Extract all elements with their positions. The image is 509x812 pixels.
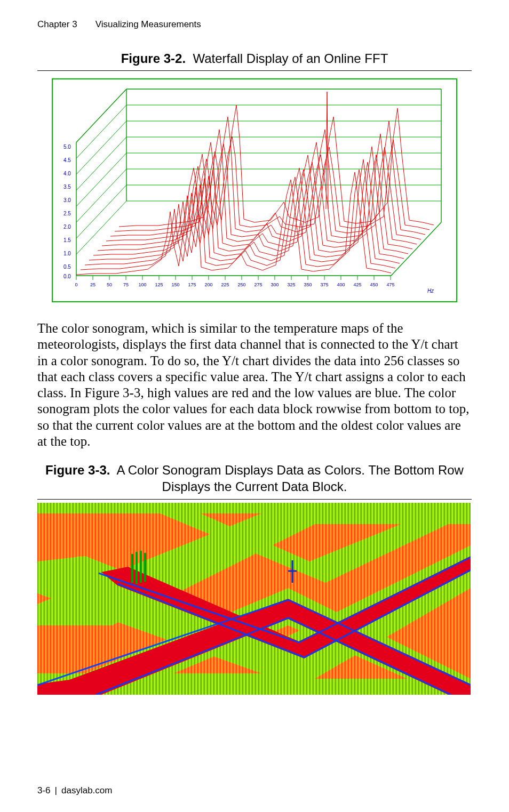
figure-3-3-caption: Figure 3-3. A Color Sonogram Displays Da…: [37, 462, 472, 495]
page-number: 3-6: [37, 785, 51, 795]
svg-text:400: 400: [337, 282, 345, 287]
figure-3-2-text: Waterfall Display of an Online FFT: [193, 51, 388, 66]
svg-text:1.0: 1.0: [63, 251, 71, 256]
svg-text:300: 300: [271, 282, 279, 287]
figure-3-3-rule: [37, 499, 472, 500]
figure-3-2-label: Figure 3-2.: [121, 51, 186, 66]
svg-text:0: 0: [75, 282, 77, 287]
figure-3-3-text-2: Displays the Current Data Block.: [162, 479, 347, 494]
svg-text:450: 450: [370, 282, 378, 287]
sonogram-plot: [37, 503, 471, 695]
svg-text:325: 325: [287, 282, 295, 287]
svg-text:275: 275: [254, 282, 262, 287]
svg-text:350: 350: [304, 282, 312, 287]
svg-text:25: 25: [90, 282, 96, 287]
svg-text:0.5: 0.5: [63, 264, 71, 270]
svg-text:125: 125: [155, 282, 163, 287]
svg-text:5.0: 5.0: [63, 144, 71, 150]
svg-text:0.0: 0.0: [63, 274, 71, 279]
figure-3-3: [37, 503, 471, 695]
svg-text:100: 100: [138, 282, 146, 287]
svg-text:4.5: 4.5: [63, 157, 71, 163]
svg-text:75: 75: [123, 282, 129, 287]
svg-text:1.5: 1.5: [63, 237, 71, 243]
figure-3-2-caption: Figure 3-2. Waterfall Display of an Onli…: [37, 51, 472, 66]
svg-text:2.5: 2.5: [63, 211, 71, 216]
page-header: Chapter 3Visualizing Measurements: [37, 19, 472, 30]
svg-text:200: 200: [204, 282, 212, 287]
page-footer: 3-6|dasylab.com: [37, 785, 112, 796]
svg-text:3.5: 3.5: [63, 184, 71, 190]
svg-text:50: 50: [107, 282, 112, 287]
body-paragraph: The color sonogram, which is similar to …: [37, 320, 472, 449]
waterfall-plot: 5.0 4.5 4.0 3.5 3.0 2.5 2.0 1.5 1.0 0.5 …: [52, 78, 457, 302]
page: Chapter 3Visualizing Measurements Figure…: [0, 0, 509, 812]
svg-text:250: 250: [237, 282, 245, 287]
svg-text:3.0: 3.0: [63, 197, 71, 203]
svg-text:225: 225: [221, 282, 229, 287]
section-title: Visualizing Measurements: [96, 19, 201, 29]
figure-3-2-rule: [37, 70, 472, 71]
chapter-label: Chapter 3: [37, 19, 77, 29]
footer-site: dasylab.com: [61, 785, 112, 795]
svg-text:425: 425: [353, 282, 361, 287]
svg-text:175: 175: [188, 282, 196, 287]
svg-text:Hz: Hz: [427, 288, 434, 294]
figure-3-2: 5.0 4.5 4.0 3.5 3.0 2.5 2.0 1.5 1.0 0.5 …: [52, 78, 457, 302]
svg-text:4.0: 4.0: [63, 171, 71, 176]
figure-3-3-text-1: A Color Sonogram Displays Data as Colors…: [116, 463, 464, 477]
svg-text:150: 150: [171, 282, 179, 287]
svg-text:2.0: 2.0: [63, 224, 71, 230]
svg-text:375: 375: [320, 282, 328, 287]
figure-3-3-label: Figure 3-3.: [45, 463, 110, 477]
svg-text:475: 475: [386, 282, 394, 287]
